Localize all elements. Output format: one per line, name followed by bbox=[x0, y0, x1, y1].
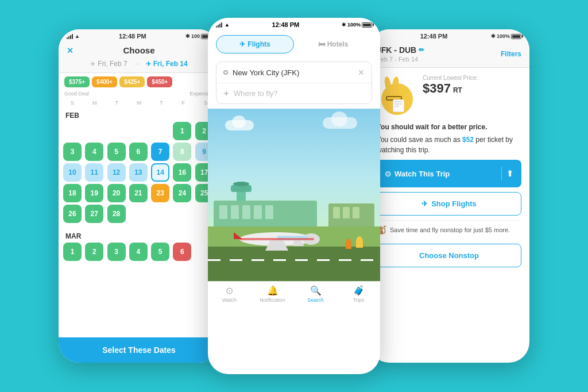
bunny-mascot bbox=[377, 75, 417, 115]
nav-notification[interactable]: 🔔 Notification bbox=[251, 285, 294, 303]
shop-flights-button[interactable]: ✈ Shop Flights bbox=[377, 192, 521, 216]
current-lowest-label: Current Lowest Price: bbox=[423, 75, 521, 81]
nonstop-section: 🐒 Save time and fly nonstop for just $5 … bbox=[377, 220, 521, 239]
watch-trip-button[interactable]: ⊙ Watch This Trip ⬆ bbox=[377, 160, 521, 187]
mar-calendar-grid: 1 2 3 4 5 6 bbox=[59, 243, 219, 261]
bunny-paper bbox=[393, 99, 404, 112]
center-status-bar: ▲ 12:48 PM ✱ 100% bbox=[208, 18, 380, 30]
clear-origin-button[interactable]: ✕ bbox=[358, 68, 365, 77]
date-to: ✈ Fri, Feb 14 bbox=[146, 60, 188, 68]
calendar-day[interactable]: 21 bbox=[129, 184, 148, 202]
calendar-day-selected-start[interactable]: 7 bbox=[151, 143, 169, 161]
close-button[interactable]: ✕ bbox=[67, 46, 74, 55]
calendar-day[interactable]: 2 bbox=[85, 243, 103, 261]
price-badge-3: $425+ bbox=[119, 76, 145, 87]
nav-watch[interactable]: ⊙ Watch bbox=[208, 285, 251, 303]
destination-row[interactable]: ✈ Where to fly? bbox=[216, 83, 372, 103]
nav-search-label: Search bbox=[307, 297, 324, 303]
price-section: Current Lowest Price: $397 RT bbox=[369, 68, 529, 122]
left-phone: ▲ 12:48 PM ✱ 100 ✕ Choose ✈ Fri, Feb 7 →… bbox=[59, 29, 219, 363]
calendar-day[interactable]: 12 bbox=[107, 163, 126, 182]
price-badge-1: $375+ bbox=[64, 76, 90, 87]
day-t1: T bbox=[107, 100, 126, 106]
calendar-day-selected-end[interactable]: 14 bbox=[151, 163, 169, 182]
nav-trips-label: Trips bbox=[353, 297, 365, 303]
calendar-day[interactable]: 1 bbox=[173, 122, 191, 140]
calendar-day[interactable]: 24 bbox=[173, 184, 191, 202]
notification-icon: 🔔 bbox=[267, 285, 278, 296]
date-range: Feb 7 - Feb 14 bbox=[377, 56, 424, 63]
battery-icon bbox=[362, 22, 372, 28]
calendar-day[interactable]: 27 bbox=[85, 205, 103, 223]
left-status-bar: ▲ 12:48 PM ✱ 100 bbox=[59, 29, 219, 42]
origin-row[interactable]: New York City (JFK) ✕ bbox=[216, 62, 372, 83]
calendar-day[interactable]: 5 bbox=[151, 243, 169, 261]
right-status-bar: 12:48 PM ✱ 100% bbox=[369, 29, 529, 42]
calendar-day[interactable]: 8 bbox=[173, 143, 191, 161]
date-from: ✈ Fri, Feb 7 bbox=[90, 60, 127, 68]
calendar-day[interactable]: 4 bbox=[85, 143, 103, 161]
watch-trip-icon: ⊙ bbox=[385, 170, 391, 178]
calendar-day[interactable]: 4 bbox=[129, 243, 148, 261]
share-icon[interactable]: ⬆ bbox=[506, 169, 513, 178]
cloud-2 bbox=[323, 117, 357, 129]
battery-percent: 100% bbox=[497, 33, 510, 39]
calendar-day[interactable]: 6 bbox=[173, 243, 191, 261]
calendar-day[interactable]: 5 bbox=[107, 143, 126, 161]
calendar-day[interactable]: 3 bbox=[63, 143, 82, 161]
status-time: 12:48 PM bbox=[420, 33, 448, 40]
right-phone: 12:48 PM ✱ 100% JFK - DUB ✏ Feb 7 - Feb … bbox=[369, 29, 529, 363]
destination-placeholder: Where to fly? bbox=[234, 89, 365, 98]
calendar-day[interactable]: 16 bbox=[173, 163, 191, 182]
wifi-label: ▲ bbox=[75, 33, 80, 39]
shop-flights-plane-icon: ✈ bbox=[421, 199, 428, 208]
choose-nonstop-button[interactable]: Choose Nonstop bbox=[377, 244, 521, 267]
tab-flights[interactable]: ✈ Flights bbox=[216, 35, 294, 53]
choose-nonstop-label: Choose Nonstop bbox=[419, 251, 479, 260]
price-badge-4: $450+ bbox=[147, 76, 172, 87]
calendar-day[interactable]: 13 bbox=[129, 163, 148, 182]
nav-trips[interactable]: 🧳 Trips bbox=[337, 285, 380, 303]
search-box: New York City (JFK) ✕ ✈ Where to fly? bbox=[216, 62, 372, 104]
calendar-day[interactable]: 28 bbox=[107, 205, 126, 223]
divider bbox=[501, 167, 502, 180]
day-w: W bbox=[130, 100, 148, 106]
wifi-icon: ▲ bbox=[225, 22, 230, 28]
calendar-day[interactable]: 3 bbox=[107, 243, 126, 261]
day-s1: S bbox=[63, 100, 82, 106]
filters-button[interactable]: Filters bbox=[501, 50, 521, 58]
price-info: Current Lowest Price: $397 RT bbox=[423, 75, 521, 96]
calendar-day[interactable]: 26 bbox=[63, 205, 82, 223]
plane-icon: ✈ bbox=[239, 40, 245, 48]
day-f: F bbox=[174, 100, 192, 106]
select-dates-button[interactable]: Select These Dates bbox=[59, 337, 219, 363]
nav-search[interactable]: 🔍 Search bbox=[294, 285, 337, 303]
signal-icon bbox=[216, 22, 222, 28]
day-labels: S M T W T F S bbox=[59, 99, 219, 107]
airplane-illustration bbox=[231, 226, 323, 252]
cloud-1 bbox=[225, 120, 254, 130]
price-badge-2: $400+ bbox=[92, 76, 117, 87]
destination-plane-icon: ✈ bbox=[223, 90, 229, 98]
calendar-day[interactable]: 6 bbox=[129, 143, 148, 161]
calendar-day[interactable]: 20 bbox=[107, 184, 126, 202]
calendar-day-orange[interactable]: 23 bbox=[151, 184, 169, 202]
calendar-day[interactable]: 19 bbox=[85, 184, 103, 202]
control-tower-disc bbox=[233, 182, 249, 186]
nav-notification-label: Notification bbox=[260, 297, 285, 303]
tab-hotels-label: Hotels bbox=[327, 40, 349, 48]
edit-icon[interactable]: ✏ bbox=[419, 46, 424, 54]
battery-percent: 100 bbox=[191, 33, 200, 39]
ground-person-2 bbox=[346, 239, 351, 249]
price-suffix: RT bbox=[453, 86, 462, 94]
nav-watch-label: Watch bbox=[222, 297, 237, 303]
price-scale-legend: Good Deal Expensive bbox=[59, 91, 219, 97]
calendar-day[interactable]: 1 bbox=[63, 243, 82, 261]
calendar-day[interactable]: 11 bbox=[85, 163, 103, 182]
calendar-day[interactable]: 18 bbox=[63, 184, 82, 202]
calendar-day[interactable]: 10 bbox=[63, 163, 82, 182]
bottom-navigation: ⊙ Watch 🔔 Notification 🔍 Search 🧳 Trips bbox=[208, 281, 380, 308]
mar-label: MAR bbox=[59, 228, 219, 243]
center-phone: ▲ 12:48 PM ✱ 100% ✈ Flights 🛏 Hotels New… bbox=[208, 18, 380, 374]
tab-hotels[interactable]: 🛏 Hotels bbox=[294, 35, 372, 53]
